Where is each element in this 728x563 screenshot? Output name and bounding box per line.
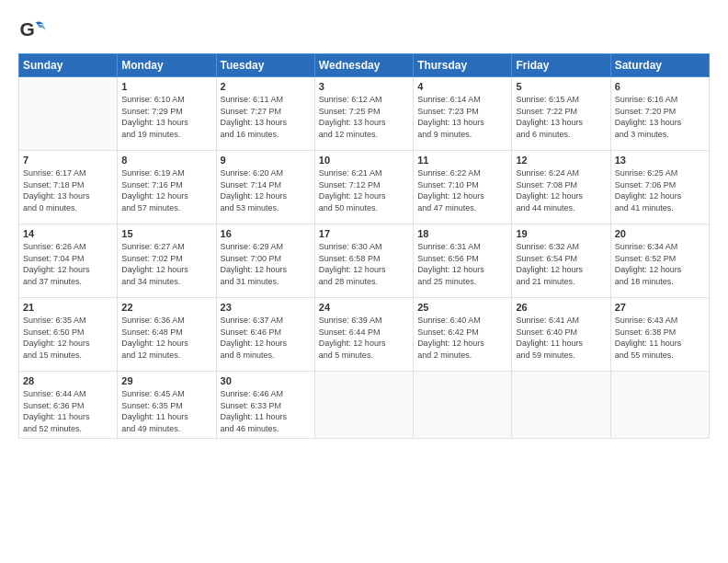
calendar-cell: 4Sunrise: 6:14 AM Sunset: 7:23 PM Daylig… <box>414 77 512 151</box>
calendar-cell: 8Sunrise: 6:19 AM Sunset: 7:16 PM Daylig… <box>118 151 216 224</box>
day-info: Sunrise: 6:15 AM Sunset: 7:22 PM Dayligh… <box>516 94 606 140</box>
day-number: 18 <box>417 228 507 239</box>
calendar-cell <box>314 372 413 439</box>
header-monday: Monday <box>118 54 216 77</box>
header-thursday: Thursday <box>414 54 512 77</box>
day-info: Sunrise: 6:27 AM Sunset: 7:02 PM Dayligh… <box>121 241 211 287</box>
day-info: Sunrise: 6:41 AM Sunset: 6:40 PM Dayligh… <box>516 315 606 361</box>
calendar-cell <box>512 372 610 439</box>
day-info: Sunrise: 6:35 AM Sunset: 6:50 PM Dayligh… <box>23 315 113 361</box>
day-number: 24 <box>319 302 409 313</box>
day-number: 16 <box>221 228 311 239</box>
calendar-cell: 25Sunrise: 6:40 AM Sunset: 6:42 PM Dayli… <box>414 298 512 372</box>
day-info: Sunrise: 6:12 AM Sunset: 7:25 PM Dayligh… <box>319 94 409 140</box>
day-number: 4 <box>417 81 507 92</box>
calendar-cell: 6Sunrise: 6:16 AM Sunset: 7:20 PM Daylig… <box>610 77 709 151</box>
calendar-cell: 28Sunrise: 6:44 AM Sunset: 6:36 PM Dayli… <box>19 372 118 439</box>
day-number: 9 <box>221 155 311 166</box>
calendar-cell: 27Sunrise: 6:43 AM Sunset: 6:38 PM Dayli… <box>610 298 709 372</box>
day-number: 19 <box>516 228 606 239</box>
day-info: Sunrise: 6:43 AM Sunset: 6:38 PM Dayligh… <box>615 315 705 361</box>
calendar-cell: 15Sunrise: 6:27 AM Sunset: 7:02 PM Dayli… <box>118 224 216 298</box>
logo-icon: G <box>18 17 46 44</box>
day-info: Sunrise: 6:36 AM Sunset: 6:48 PM Dayligh… <box>121 315 211 361</box>
day-info: Sunrise: 6:10 AM Sunset: 7:29 PM Dayligh… <box>121 94 211 140</box>
page-header: G <box>18 17 710 44</box>
calendar-week-1: 1Sunrise: 6:10 AM Sunset: 7:29 PM Daylig… <box>19 77 710 151</box>
day-info: Sunrise: 6:25 AM Sunset: 7:06 PM Dayligh… <box>615 167 705 213</box>
header-wednesday: Wednesday <box>314 54 413 77</box>
day-info: Sunrise: 6:21 AM Sunset: 7:12 PM Dayligh… <box>319 167 409 213</box>
day-number: 13 <box>615 155 705 166</box>
calendar-week-2: 7Sunrise: 6:17 AM Sunset: 7:18 PM Daylig… <box>19 151 710 224</box>
day-number: 22 <box>121 302 211 313</box>
logo: G <box>18 17 50 44</box>
day-number: 26 <box>516 302 606 313</box>
day-number: 20 <box>615 228 705 239</box>
day-number: 23 <box>221 302 311 313</box>
day-number: 27 <box>615 302 705 313</box>
calendar-cell: 9Sunrise: 6:20 AM Sunset: 7:14 PM Daylig… <box>216 151 314 224</box>
day-info: Sunrise: 6:16 AM Sunset: 7:20 PM Dayligh… <box>615 94 705 140</box>
calendar-cell: 5Sunrise: 6:15 AM Sunset: 7:22 PM Daylig… <box>512 77 610 151</box>
day-number: 11 <box>417 155 507 166</box>
day-number: 5 <box>516 81 606 92</box>
calendar-header: SundayMondayTuesdayWednesdayThursdayFrid… <box>19 54 710 77</box>
day-number: 30 <box>221 375 311 386</box>
day-number: 17 <box>319 228 409 239</box>
calendar-cell <box>610 372 709 439</box>
day-info: Sunrise: 6:37 AM Sunset: 6:46 PM Dayligh… <box>221 315 311 361</box>
calendar-cell: 11Sunrise: 6:22 AM Sunset: 7:10 PM Dayli… <box>414 151 512 224</box>
day-number: 3 <box>319 81 409 92</box>
day-number: 8 <box>121 155 211 166</box>
header-sunday: Sunday <box>19 54 118 77</box>
calendar-cell: 10Sunrise: 6:21 AM Sunset: 7:12 PM Dayli… <box>314 151 413 224</box>
calendar-cell: 16Sunrise: 6:29 AM Sunset: 7:00 PM Dayli… <box>216 224 314 298</box>
day-number: 21 <box>23 302 113 313</box>
day-number: 2 <box>221 81 311 92</box>
day-info: Sunrise: 6:46 AM Sunset: 6:33 PM Dayligh… <box>221 388 311 434</box>
calendar-cell: 29Sunrise: 6:45 AM Sunset: 6:35 PM Dayli… <box>118 372 216 439</box>
svg-text:G: G <box>20 18 35 40</box>
calendar-cell: 18Sunrise: 6:31 AM Sunset: 6:56 PM Dayli… <box>414 224 512 298</box>
day-info: Sunrise: 6:17 AM Sunset: 7:18 PM Dayligh… <box>23 167 113 213</box>
calendar-cell: 22Sunrise: 6:36 AM Sunset: 6:48 PM Dayli… <box>118 298 216 372</box>
day-info: Sunrise: 6:45 AM Sunset: 6:35 PM Dayligh… <box>121 388 211 434</box>
day-info: Sunrise: 6:22 AM Sunset: 7:10 PM Dayligh… <box>417 167 507 213</box>
calendar-cell: 17Sunrise: 6:30 AM Sunset: 6:58 PM Dayli… <box>314 224 413 298</box>
calendar-cell: 3Sunrise: 6:12 AM Sunset: 7:25 PM Daylig… <box>314 77 413 151</box>
calendar-cell: 14Sunrise: 6:26 AM Sunset: 7:04 PM Dayli… <box>19 224 118 298</box>
day-info: Sunrise: 6:24 AM Sunset: 7:08 PM Dayligh… <box>516 167 606 213</box>
day-number: 7 <box>23 155 113 166</box>
calendar-week-5: 28Sunrise: 6:44 AM Sunset: 6:36 PM Dayli… <box>19 372 710 439</box>
calendar-week-3: 14Sunrise: 6:26 AM Sunset: 7:04 PM Dayli… <box>19 224 710 298</box>
day-info: Sunrise: 6:30 AM Sunset: 6:58 PM Dayligh… <box>319 241 409 287</box>
header-saturday: Saturday <box>610 54 709 77</box>
header-friday: Friday <box>512 54 610 77</box>
calendar-cell: 30Sunrise: 6:46 AM Sunset: 6:33 PM Dayli… <box>216 372 314 439</box>
day-info: Sunrise: 6:20 AM Sunset: 7:14 PM Dayligh… <box>221 167 311 213</box>
day-number: 28 <box>23 375 113 386</box>
day-info: Sunrise: 6:19 AM Sunset: 7:16 PM Dayligh… <box>121 167 211 213</box>
day-info: Sunrise: 6:14 AM Sunset: 7:23 PM Dayligh… <box>417 94 507 140</box>
calendar-cell <box>19 77 118 151</box>
calendar-cell: 1Sunrise: 6:10 AM Sunset: 7:29 PM Daylig… <box>118 77 216 151</box>
calendar-cell: 23Sunrise: 6:37 AM Sunset: 6:46 PM Dayli… <box>216 298 314 372</box>
day-info: Sunrise: 6:40 AM Sunset: 6:42 PM Dayligh… <box>417 315 507 361</box>
day-number: 25 <box>417 302 507 313</box>
day-number: 10 <box>319 155 409 166</box>
calendar-cell: 20Sunrise: 6:34 AM Sunset: 6:52 PM Dayli… <box>610 224 709 298</box>
day-number: 12 <box>516 155 606 166</box>
calendar-cell: 12Sunrise: 6:24 AM Sunset: 7:08 PM Dayli… <box>512 151 610 224</box>
header-tuesday: Tuesday <box>216 54 314 77</box>
day-number: 29 <box>121 375 211 386</box>
day-info: Sunrise: 6:44 AM Sunset: 6:36 PM Dayligh… <box>23 388 113 434</box>
day-number: 15 <box>121 228 211 239</box>
day-info: Sunrise: 6:26 AM Sunset: 7:04 PM Dayligh… <box>23 241 113 287</box>
day-info: Sunrise: 6:31 AM Sunset: 6:56 PM Dayligh… <box>417 241 507 287</box>
day-info: Sunrise: 6:32 AM Sunset: 6:54 PM Dayligh… <box>516 241 606 287</box>
day-info: Sunrise: 6:39 AM Sunset: 6:44 PM Dayligh… <box>319 315 409 361</box>
calendar-cell: 13Sunrise: 6:25 AM Sunset: 7:06 PM Dayli… <box>610 151 709 224</box>
calendar-cell <box>414 372 512 439</box>
day-number: 14 <box>23 228 113 239</box>
